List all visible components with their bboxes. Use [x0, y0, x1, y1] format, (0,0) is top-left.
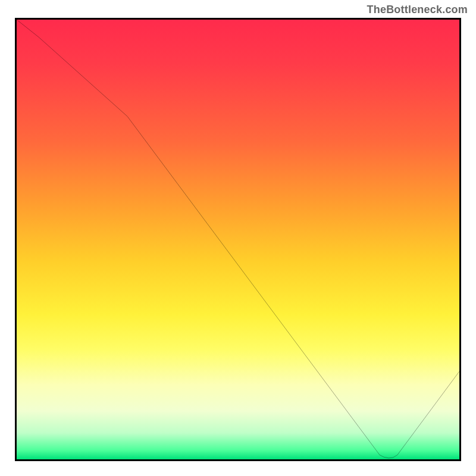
plot-area [15, 18, 461, 461]
curve-path [17, 20, 459, 458]
chart-container: TheBottleneck.com [0, 0, 476, 476]
bottleneck-curve [17, 20, 459, 459]
attribution-label: TheBottleneck.com [367, 4, 468, 16]
